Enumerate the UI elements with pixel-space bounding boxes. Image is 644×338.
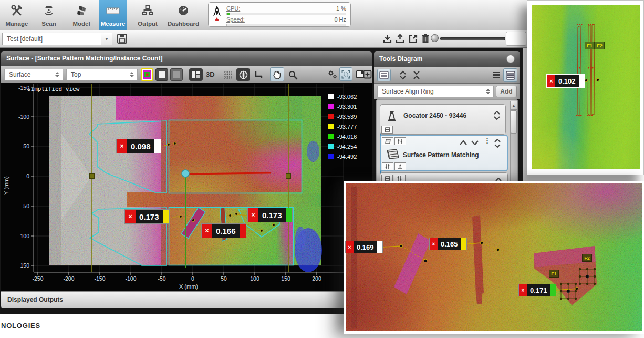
svg-text:-200: -200	[63, 275, 74, 282]
surface-source-select[interactable]: Surface	[4, 69, 63, 80]
tool-card-sensor[interactable]: Gocator 2450 - 93446	[380, 104, 506, 135]
replay-slider-knob[interactable]	[431, 34, 439, 42]
displayed-outputs-bar[interactable]: Displayed Outputs	[1, 291, 372, 308]
expand-all-icon[interactable]	[397, 69, 409, 81]
nav-dashboard[interactable]: Dashboard	[165, 0, 202, 30]
surface-heatmap-canvas[interactable]: -250 -200 -150 -100 -50 0 50 100 150 200…	[1, 83, 372, 291]
legend-swatch	[328, 134, 334, 139]
measurement-label[interactable]: × 0.171	[518, 284, 556, 296]
surface-view-select[interactable]: Top	[66, 69, 138, 80]
move-tool-down-icon[interactable]	[470, 139, 480, 146]
zoom-heatmap-image[interactable]: F1 F2 × 0.169 × 0.165 × 0.171	[346, 183, 642, 331]
measurement-color-chip	[240, 224, 246, 238]
measurement-label[interactable]: × 0.169	[345, 241, 383, 253]
green-heatmap-image[interactable]: F1 F2 × 0.102	[532, 5, 640, 169]
nav-scan[interactable]: Scan	[34, 0, 64, 30]
tool-type-select[interactable]: Surface Align Ring	[377, 86, 494, 97]
nav-manage[interactable]: Manage	[2, 0, 32, 30]
system-status-box: CPU: 1 % Speed: 0 Hz	[208, 2, 351, 27]
profile-line-button[interactable]	[253, 69, 264, 80]
tool-card-title: Gocator 2450 - 93446	[403, 112, 466, 119]
tool-input-port-surface[interactable]	[382, 137, 393, 145]
nav-scan-label: Scan	[41, 21, 56, 27]
snapshot-region-button[interactable]	[339, 67, 352, 81]
zoom-magnifier-button[interactable]	[286, 68, 299, 81]
heightmap-view-button[interactable]	[141, 68, 153, 81]
tool-card-surface-pattern-matching[interactable]: ⋮ Surface Pattern Matching	[380, 135, 508, 171]
measurement-label[interactable]: × 0.173	[124, 209, 170, 224]
delete-measurement-icon[interactable]: ×	[125, 210, 136, 223]
measurement-label[interactable]: × 0.102	[546, 74, 585, 88]
surface-source-value: Surface	[5, 71, 52, 78]
view-settings-gears-icon[interactable]	[327, 69, 338, 80]
pan-hand-button[interactable]	[270, 67, 284, 81]
export-job-button[interactable]	[408, 34, 418, 44]
measurement-label[interactable]: × 0.173	[247, 208, 293, 222]
delete-measurement-icon[interactable]: ×	[248, 208, 258, 222]
nav-output[interactable]: Output	[132, 0, 163, 30]
uniform-view-button[interactable]	[170, 68, 183, 81]
color-wheel-button[interactable]	[236, 68, 250, 81]
select-spin-icon	[55, 72, 59, 77]
nav-measure[interactable]: Measure	[99, 0, 127, 30]
tool-input-port-anchor[interactable]	[394, 137, 406, 145]
delete-job-button[interactable]	[421, 33, 430, 44]
measurement-label[interactable]: × 0.166	[201, 223, 246, 238]
legend-row: -94.016	[328, 131, 357, 141]
speed-progress-bar	[226, 24, 346, 26]
sensor-output-port[interactable]	[381, 126, 393, 134]
measurement-label[interactable]: × 0.165	[429, 238, 467, 250]
y-axis-label: Y (mm)	[3, 176, 9, 195]
replay-slider-track[interactable]	[440, 37, 505, 40]
split-view-button[interactable]	[189, 68, 203, 81]
job-select[interactable]: Test [default] ▼	[2, 33, 112, 45]
svg-text:150: 150	[281, 275, 290, 282]
delete-measurement-icon[interactable]: ×	[117, 139, 127, 153]
tools-toolbar	[374, 67, 520, 84]
legend-swatch	[328, 154, 334, 159]
svg-text:-50: -50	[22, 143, 29, 149]
surface-viewport[interactable]: -250 -200 -150 -100 -50 0 50 100 150 200…	[1, 83, 372, 291]
upload-job-button[interactable]	[395, 34, 405, 44]
diagram-view-button[interactable]	[377, 69, 391, 81]
move-tool-up-icon[interactable]	[459, 139, 468, 146]
list-view-icon[interactable]	[491, 69, 502, 81]
delete-measurement-icon[interactable]: ×	[202, 224, 212, 238]
legend-row: -93.301	[328, 101, 357, 111]
speed-value: 0 Hz	[334, 16, 346, 23]
collapse-all-icon[interactable]	[411, 69, 422, 81]
tool-menu-dots-icon[interactable]: ⋮	[484, 137, 491, 145]
tool-card-title: Surface Pattern Matching	[403, 151, 479, 159]
card-collapse-chevrons[interactable]	[494, 139, 501, 148]
x-axis-ticks: -250 -200 -150 -100 -50 0 50 100 150 200	[32, 275, 321, 282]
feature-label-f2: F2	[595, 42, 605, 49]
tool-output-port[interactable]	[382, 162, 393, 170]
replay-position-box[interactable]	[506, 32, 526, 46]
scroll-up-button[interactable]: ▲	[511, 101, 517, 110]
delete-measurement-icon[interactable]: ×	[519, 284, 527, 296]
point-grid-button[interactable]	[222, 68, 234, 81]
select-spin-icon	[486, 89, 490, 94]
save-job-button[interactable]	[117, 33, 128, 44]
scrollbar-thumb[interactable]	[511, 110, 517, 134]
add-tool-button[interactable]: Add	[496, 86, 517, 97]
measurement-label[interactable]: × 0.098	[116, 139, 161, 153]
delete-measurement-icon[interactable]: ×	[547, 75, 555, 87]
card-collapse-chevrons[interactable]	[494, 111, 500, 120]
intensity-view-button[interactable]	[155, 68, 168, 81]
collapse-panel-button[interactable]: −	[506, 55, 515, 63]
tool-output-port[interactable]	[394, 162, 406, 170]
add-view-button[interactable]	[362, 68, 372, 80]
rocket-icon	[212, 5, 222, 25]
toolbar-separator	[219, 69, 219, 80]
measurement-color-chip	[377, 241, 382, 253]
surface-panel-title: Surface - [Surface Pattern Matching/Inst…	[1, 51, 372, 66]
legend-swatch	[328, 124, 334, 129]
download-job-button[interactable]	[382, 34, 392, 44]
nav-model[interactable]: Model	[66, 0, 97, 30]
delete-measurement-icon[interactable]: ×	[430, 238, 438, 250]
nav-dashboard-label: Dashboard	[168, 21, 199, 27]
delete-measurement-icon[interactable]: ×	[346, 241, 354, 253]
view-3d-button[interactable]: 3D	[206, 70, 215, 78]
detail-view-icon[interactable]	[503, 68, 517, 82]
